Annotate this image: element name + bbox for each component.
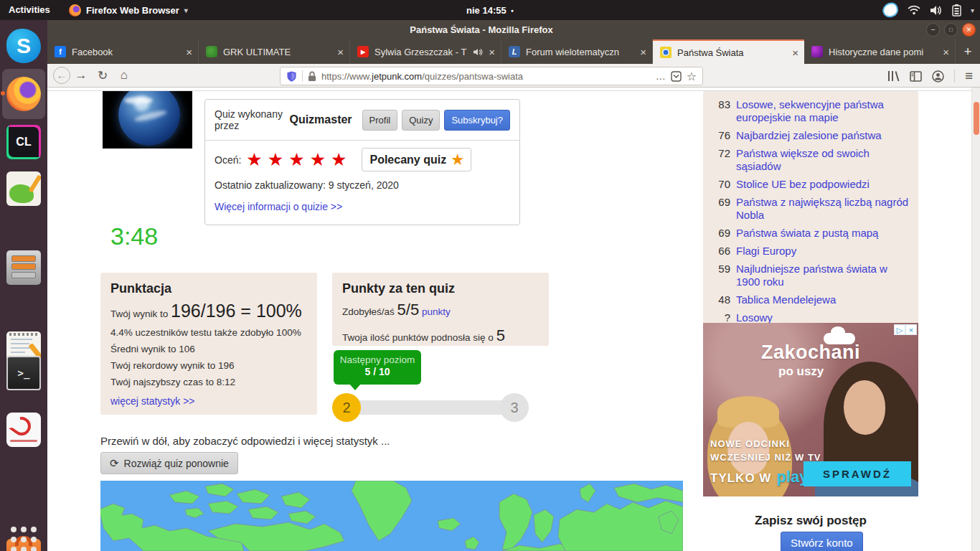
star-icon[interactable]: ★ (288, 149, 306, 170)
new-tab-button[interactable]: + (956, 39, 980, 64)
quizzes-button[interactable]: Quizy (402, 110, 440, 131)
sidebar-toggle-icon[interactable] (910, 71, 922, 82)
quiz-link[interactable]: Stolice UE bez podpowiedzi (736, 178, 870, 191)
window-titlebar[interactable]: Państwa Świata - Mozilla Firefox − □ × (47, 20, 980, 39)
tab-grk-ultimate[interactable]: GRK ULTIMATE × (199, 39, 350, 64)
list-item[interactable]: 59Najludniejsze państwa świata w 1900 ro… (712, 263, 910, 288)
tab-historyczne-dane[interactable]: Historyczne dane pomi × (804, 39, 956, 64)
tab-audio-icon[interactable] (473, 48, 483, 56)
tab-close-icon[interactable]: × (186, 46, 192, 58)
list-item[interactable]: 72Państwa większe od swoich sąsiadów (712, 147, 910, 173)
list-item[interactable]: 70Stolice UE bez podpowiedzi (712, 178, 910, 191)
scroll-hint: Przewiń w dół, aby zobaczyć odpowiedzi i… (100, 435, 390, 447)
forward-button[interactable]: → (70, 68, 92, 83)
page-actions-icon[interactable]: … (656, 70, 666, 82)
quiz-link[interactable]: Najludniejsze państwa świata w 1900 roku (736, 263, 910, 288)
list-item[interactable]: 69Państwa z największą liczbą nagród Nob… (712, 196, 910, 222)
list-item[interactable]: 66Flagi Europy (712, 245, 910, 258)
spiral-icon (9, 333, 38, 336)
star-icon[interactable]: ★ (246, 149, 263, 170)
system-tray[interactable]: ▾ (882, 0, 974, 20)
chevron-down-icon: ▾ (971, 6, 974, 14)
tooltip-title: Następny poziom (334, 354, 421, 365)
close-button[interactable]: × (962, 23, 976, 37)
list-item[interactable]: 76Najbardziej zalesione państwa (712, 129, 910, 142)
scrollbar-thumb[interactable] (974, 102, 979, 135)
dock-item-notepad-plus-plus[interactable] (6, 171, 41, 206)
quiz-thumbnail (103, 91, 192, 149)
tab-label: Państwa Świata (677, 47, 786, 58)
more-info-link[interactable]: Więcej informacji o quizie >> (215, 201, 342, 212)
points-link[interactable]: punkty (422, 306, 451, 317)
ad-cta-button[interactable]: SPRAWDŹ (804, 461, 911, 486)
star-icon[interactable]: ★ (331, 149, 348, 170)
activities-button[interactable]: Activities (9, 0, 50, 20)
library-icon[interactable] (887, 70, 900, 82)
list-item[interactable]: 69Państwa świata z pustą mapą (712, 227, 910, 240)
tab-close-icon[interactable]: × (489, 46, 495, 58)
points-value: 5/5 (397, 301, 420, 319)
page-scrollbar[interactable] (971, 88, 980, 551)
tab-forum[interactable]: L Forum wielotematyczn × (501, 39, 653, 64)
advertisement[interactable]: Zakochani po uszy NOWE ODCINKI WCZEŚNIEJ… (703, 323, 918, 496)
reload-button[interactable]: ↻ (92, 68, 113, 83)
maximize-button[interactable]: □ (944, 23, 958, 37)
home-button[interactable]: ⌂ (113, 68, 135, 83)
level-progress-bar (347, 400, 514, 415)
points-box-title: Punkty za ten quiz (342, 281, 539, 296)
tracking-shield-icon[interactable] (286, 70, 297, 83)
quiz-link[interactable]: Państwa z największą liczbą nagród Nobla (736, 196, 910, 222)
dock-item-firefox[interactable] (6, 77, 41, 111)
tab-facebook[interactable]: f Facebook × (47, 39, 199, 64)
url-bar[interactable]: https://www.jetpunk.com/quizzes/pantswa-… (280, 67, 703, 85)
featured-label: Polecany quiz (369, 154, 446, 166)
subscribe-button[interactable]: Subskrybuj? (444, 110, 510, 131)
retake-quiz-button[interactable]: ⟳ Rozwiąż quiz ponownie (100, 452, 238, 474)
quiz-link[interactable]: Państwa większe od swoich sąsiadów (736, 147, 910, 173)
world-map[interactable] (100, 481, 683, 551)
pocket-icon[interactable] (671, 71, 682, 82)
clock[interactable]: nie 14:55 ● (466, 0, 514, 20)
history-data-favicon (811, 46, 823, 57)
tray-app-icon[interactable] (880, 1, 900, 19)
dock-item-skype[interactable]: S (6, 29, 41, 63)
account-icon[interactable] (932, 70, 944, 83)
dock-item-clion[interactable]: CL (6, 125, 41, 159)
dock-item-document-viewer[interactable] (6, 413, 41, 447)
dock-item-terminal[interactable]: >_ (6, 356, 41, 390)
hamburger-menu-icon[interactable]: ≡ (965, 68, 973, 84)
more-stats-link[interactable]: więcej statystyk >> (110, 395, 195, 407)
adchoices-icon[interactable]: ▷ (894, 324, 905, 335)
app-menu[interactable]: Firefox Web Browser ▾ (69, 0, 188, 20)
tab-close-icon[interactable]: × (337, 46, 344, 58)
minimize-button[interactable]: − (926, 23, 940, 37)
back-button[interactable]: ← (53, 67, 70, 84)
list-item[interactable]: 83Losowe, sekwencyjne państwa europejski… (712, 98, 910, 124)
quiz-link[interactable]: Państwa świata z pustą mapą (736, 227, 878, 240)
clion-icon: CL (16, 136, 31, 149)
tab-close-icon[interactable]: × (640, 46, 646, 58)
chevron-down-icon: ▾ (184, 6, 188, 14)
points-prefix: Zdobyłeś/aś (342, 306, 395, 317)
navigation-toolbar: ← → ↻ ⌂ https://www.jetpunk.com/quizzes/… (47, 64, 980, 88)
firefox-icon (69, 4, 81, 17)
list-item[interactable]: 48Tablica Mendelejewa (712, 293, 910, 306)
show-applications-button[interactable] (6, 522, 41, 551)
quiz-link[interactable]: Najbardziej zalesione państwa (736, 129, 882, 142)
tab-close-icon[interactable]: × (792, 47, 798, 59)
line (10, 440, 37, 442)
bookmark-star-icon[interactable]: ☆ (687, 70, 697, 83)
tab-youtube[interactable]: ▶ Sylwia Grzeszczak - T × (350, 39, 501, 64)
star-icon[interactable]: ★ (310, 149, 327, 170)
profile-button[interactable]: Profil (362, 110, 398, 131)
dock-item-archive-manager[interactable] (6, 250, 41, 285)
tab-close-icon[interactable]: × (943, 46, 949, 58)
star-icon[interactable]: ★ (268, 149, 285, 170)
quiz-link[interactable]: Losowe, sekwencyjne państwa europejskie … (736, 98, 910, 124)
quiz-link[interactable]: Tablica Mendelejewa (736, 293, 836, 306)
tab-panstwa-swiata-active[interactable]: Państwa Świata × (653, 39, 804, 64)
url-text[interactable]: https://www.jetpunk.com/quizzes/pantswa-… (321, 71, 651, 82)
ad-close-icon[interactable]: × (905, 324, 917, 335)
quiz-link[interactable]: Flagi Europy (736, 245, 796, 258)
create-account-button[interactable]: Stwórz konto (781, 532, 863, 551)
